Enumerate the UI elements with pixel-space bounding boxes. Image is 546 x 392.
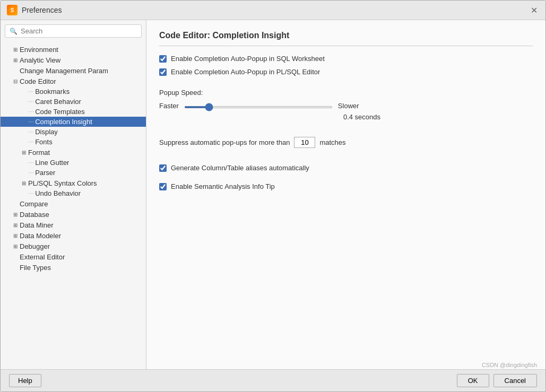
sidebar: 🔍 ⊞ Environment ⊞ Analytic View bbox=[1, 20, 146, 369]
checkbox-row-1: Enable Completion Auto-Popup in SQL Work… bbox=[159, 55, 533, 63]
suppress-row: Suppress automatic pop-ups for more than… bbox=[159, 137, 533, 148]
sidebar-item-label: Code Editor bbox=[20, 77, 56, 85]
faster-label: Faster bbox=[159, 102, 179, 110]
popup-speed-section: Popup Speed: Faster Slower 0.4 seconds bbox=[159, 89, 533, 121]
sidebar-item-label: Debugger bbox=[20, 242, 50, 250]
checkbox-sql-worksheet[interactable] bbox=[159, 55, 167, 63]
slower-label: Slower bbox=[338, 102, 359, 110]
expand-icon: ⊞ bbox=[20, 179, 28, 187]
tree-dots: ···· bbox=[28, 89, 34, 94]
expand-icon: ⊞ bbox=[11, 210, 20, 219]
sidebar-item-label: Environment bbox=[20, 46, 58, 54]
sidebar-item-label: Bookmarks bbox=[35, 88, 70, 95]
sidebar-item-label: Compare bbox=[20, 200, 48, 208]
sidebar-item-environment[interactable]: ⊞ Environment bbox=[1, 44, 146, 55]
sidebar-item-fonts[interactable]: ···· Fonts bbox=[1, 137, 146, 147]
sidebar-item-caret-behavior[interactable]: ···· Caret Behavior bbox=[1, 97, 146, 107]
sidebar-item-label: Data Modeler bbox=[20, 232, 61, 240]
sidebar-item-label: Fonts bbox=[35, 138, 53, 146]
sidebar-item-data-modeler[interactable]: ⊞ Data Modeler bbox=[1, 230, 146, 241]
title-bar: S Preferences ✕ bbox=[1, 1, 545, 20]
tree-dots: ···· bbox=[28, 170, 34, 176]
sidebar-item-format[interactable]: ⊞ Format bbox=[1, 147, 146, 158]
slider-wrapper bbox=[184, 102, 333, 110]
sidebar-item-label: Caret Behavior bbox=[35, 98, 81, 106]
app-icon: S bbox=[7, 5, 18, 15]
checkbox-row-2: Enable Completion Auto-Popup in PL/SQL E… bbox=[159, 68, 533, 76]
search-box: 🔍 bbox=[5, 24, 142, 38]
close-button[interactable]: ✕ bbox=[528, 5, 539, 15]
action-buttons: OK Cancel bbox=[457, 374, 537, 387]
tree-dots: ···· bbox=[28, 139, 34, 145]
checkbox-generate-aliases[interactable] bbox=[159, 164, 167, 172]
search-icon: 🔍 bbox=[10, 28, 18, 35]
sidebar-item-compare[interactable]: Compare bbox=[1, 198, 146, 209]
sidebar-item-label: Analytic View bbox=[20, 56, 60, 64]
suppress-matches-input[interactable] bbox=[294, 137, 315, 148]
sidebar-item-completion-insight[interactable]: ···· Completion Insight bbox=[1, 117, 146, 127]
sidebar-item-database[interactable]: ⊞ Database bbox=[1, 209, 146, 220]
sidebar-tree: ⊞ Environment ⊞ Analytic View Change Man… bbox=[1, 42, 146, 369]
checkbox-semantic-analysis[interactable] bbox=[159, 183, 167, 190]
sidebar-item-undo-behavior[interactable]: ···· Undo Behavior bbox=[1, 188, 146, 198]
preferences-dialog: S Preferences ✕ 🔍 ⊞ Environment bbox=[0, 0, 546, 392]
suppress-label-after: matches bbox=[319, 138, 345, 146]
sidebar-item-label: Code Templates bbox=[35, 108, 85, 116]
sidebar-item-display[interactable]: ···· Display bbox=[1, 127, 146, 137]
title-bar-left: S Preferences bbox=[7, 5, 62, 15]
sidebar-item-label: Data Miner bbox=[20, 221, 54, 229]
sidebar-item-plsql-syntax-colors[interactable]: ⊞ PL/SQL Syntax Colors bbox=[1, 178, 146, 188]
sidebar-item-label: Parser bbox=[35, 169, 55, 177]
sidebar-item-label: Undo Behavior bbox=[35, 189, 81, 197]
sidebar-item-label: Display bbox=[35, 128, 58, 136]
dialog-title: Preferences bbox=[22, 6, 62, 14]
sidebar-item-analytic-view[interactable]: ⊞ Analytic View bbox=[1, 55, 146, 65]
expand-icon: ⊞ bbox=[11, 45, 20, 54]
checkbox-row-3: Generate Column/Table aliases automatica… bbox=[159, 164, 533, 172]
search-input[interactable] bbox=[21, 27, 137, 35]
sidebar-item-label: External Editor bbox=[20, 253, 65, 261]
sidebar-item-label: PL/SQL Syntax Colors bbox=[28, 179, 97, 187]
dialog-content: 🔍 ⊞ Environment ⊞ Analytic View bbox=[1, 20, 545, 369]
sidebar-item-file-types[interactable]: File Types bbox=[1, 262, 146, 273]
sidebar-item-change-management[interactable]: Change Management Param bbox=[1, 65, 146, 76]
expand-icon: ⊞ bbox=[11, 231, 20, 240]
sidebar-item-data-miner[interactable]: ⊞ Data Miner bbox=[1, 220, 146, 230]
sidebar-item-parser[interactable]: ···· Parser bbox=[1, 168, 146, 178]
tree-dots: ···· bbox=[28, 160, 34, 165]
help-button[interactable]: Help bbox=[9, 374, 41, 387]
sidebar-item-label: Database bbox=[20, 211, 49, 219]
sidebar-item-code-editor[interactable]: ⊟ Code Editor bbox=[1, 76, 146, 86]
watermark: CSDN @dingdingfish bbox=[482, 362, 537, 368]
checkbox-plsql-editor[interactable] bbox=[159, 68, 167, 76]
sidebar-item-label: Change Management Param bbox=[20, 67, 108, 75]
sidebar-item-bookmarks[interactable]: ···· Bookmarks bbox=[1, 86, 146, 97]
tree-dots: ···· bbox=[28, 109, 34, 115]
bottom-bar: Help OK Cancel bbox=[1, 369, 545, 391]
checkbox-plsql-editor-label: Enable Completion Auto-Popup in PL/SQL E… bbox=[171, 68, 320, 76]
tree-dots: ···· bbox=[28, 99, 34, 104]
cancel-button[interactable]: Cancel bbox=[493, 374, 537, 387]
expand-icon: ⊞ bbox=[11, 242, 20, 250]
expand-icon: ⊞ bbox=[11, 56, 20, 64]
slider-row: Faster Slower bbox=[159, 102, 533, 110]
popup-speed-slider[interactable] bbox=[184, 106, 333, 108]
sidebar-item-label: File Types bbox=[20, 264, 51, 272]
sidebar-item-label: Line Gutter bbox=[35, 159, 69, 167]
sidebar-item-line-gutter[interactable]: ···· Line Gutter bbox=[1, 158, 146, 168]
ok-button[interactable]: OK bbox=[457, 374, 489, 387]
expand-icon: ⊟ bbox=[11, 77, 20, 85]
panel-title: Code Editor: Completion Insight bbox=[159, 31, 533, 46]
sidebar-item-external-editor[interactable]: External Editor bbox=[1, 251, 146, 262]
sidebar-item-code-templates[interactable]: ···· Code Templates bbox=[1, 107, 146, 117]
tree-list: ⊞ Environment ⊞ Analytic View Change Man… bbox=[1, 42, 146, 275]
popup-speed-label: Popup Speed: bbox=[159, 89, 533, 97]
sidebar-item-debugger[interactable]: ⊞ Debugger bbox=[1, 241, 146, 251]
checkbox-row-4: Enable Semantic Analysis Info Tip bbox=[159, 182, 533, 190]
suppress-label-before: Suppress automatic pop-ups for more than bbox=[159, 138, 290, 146]
checkbox-sql-worksheet-label: Enable Completion Auto-Popup in SQL Work… bbox=[171, 55, 325, 63]
slider-value-display: 0.4 seconds bbox=[191, 113, 533, 121]
main-panel: Code Editor: Completion Insight Enable C… bbox=[146, 20, 545, 369]
svg-text:S: S bbox=[11, 7, 14, 13]
tree-dots: ···· bbox=[28, 129, 34, 135]
